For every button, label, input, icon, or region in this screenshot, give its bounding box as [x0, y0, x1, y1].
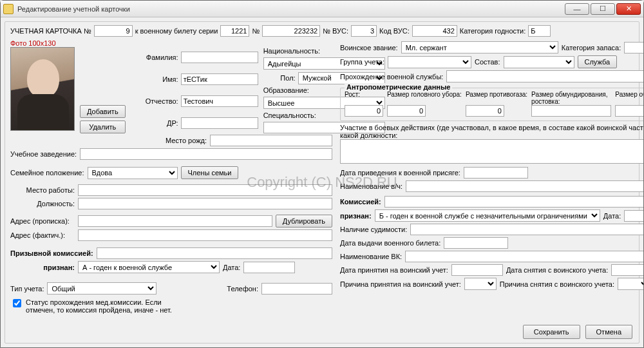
anthro-legend: Антропометрические данные	[345, 83, 452, 91]
service-pass-label: Прохождение военной службы:	[340, 73, 443, 81]
enlist-date-label: Дата принятия на воинский учет:	[340, 266, 448, 274]
combat-textarea[interactable]	[340, 139, 643, 164]
mask-input[interactable]	[466, 105, 504, 117]
work-label: Место работы:	[10, 186, 75, 194]
oath-date-input[interactable]	[464, 167, 528, 179]
window: Редактирование учетной карточки — ☐ ✕ УЧ…	[0, 0, 644, 348]
draft-verdict-select[interactable]: А - годен к военной службе	[78, 261, 220, 273]
cancel-button[interactable]: Отмена	[585, 325, 632, 339]
name-label: Имя:	[133, 75, 178, 83]
addr-reg-input[interactable]	[78, 215, 272, 227]
rank-select[interactable]: Мл. сержант	[401, 41, 558, 53]
service-pass-select[interactable]	[446, 70, 643, 82]
birthplace-input[interactable]	[210, 135, 332, 146]
head-input[interactable]	[387, 105, 426, 117]
service-button[interactable]: Служба	[578, 55, 618, 68]
group-select[interactable]	[388, 56, 471, 68]
school-label: Учебное заведение:	[10, 150, 77, 158]
shoes-input[interactable]	[615, 105, 643, 117]
maximize-button[interactable]: ☐	[591, 3, 615, 15]
addr-fact-label: Адрес (фактич.):	[10, 231, 75, 239]
header-row: УЧЕТНАЯ КАРТОЧКА № к военному билету сер…	[10, 25, 634, 37]
vk-name-input[interactable]	[405, 251, 643, 262]
draft-verdict-label: признан:	[10, 264, 75, 271]
comm-date-input[interactable]	[624, 210, 643, 222]
med-status-checkbox[interactable]	[13, 299, 21, 307]
unit-name-input[interactable]	[406, 180, 643, 192]
phone-input[interactable]	[261, 283, 332, 295]
acct-type-select[interactable]: Общий	[47, 282, 156, 295]
photo	[10, 47, 75, 131]
ticket-no-label: №	[252, 27, 260, 35]
duplicate-button[interactable]: Дублировать	[276, 215, 332, 227]
comm-verdict-select[interactable]: Б - годен к военной службе с незначитель…	[375, 209, 600, 222]
rank-label: Воинское звание:	[340, 44, 398, 52]
draft-date-input[interactable]	[243, 262, 295, 273]
draft-commission-input[interactable]	[97, 247, 332, 259]
patronymic-input[interactable]	[181, 95, 258, 107]
photo-add-button[interactable]: Добавить	[80, 105, 126, 118]
vk-name-label: Наименование ВК:	[340, 253, 402, 260]
unit-name-label: Наименование в/ч:	[340, 182, 402, 190]
enlist-reason-select[interactable]	[464, 278, 497, 290]
ticket-series-input[interactable]	[220, 25, 249, 37]
card-no-label: УЧЕТНАЯ КАРТОЧКА №	[10, 27, 91, 35]
comm-verdict-label: признан:	[340, 212, 372, 220]
fit-cat-label: Категория годности:	[460, 27, 526, 35]
compos-select[interactable]	[504, 56, 574, 68]
delist-date-label: Дата снятия с воинского учета:	[506, 266, 608, 274]
combat-label: Участие в боевых действиях (где участвов…	[340, 124, 643, 139]
delist-date-input[interactable]	[611, 264, 643, 276]
criminal-input[interactable]	[410, 224, 643, 235]
main-panel: УЧЕТНАЯ КАРТОЧКА № к военному билету сер…	[5, 21, 639, 343]
card-no-input[interactable]	[94, 25, 133, 37]
ticket-no-input[interactable]	[262, 25, 320, 37]
delist-reason-select[interactable]	[618, 278, 643, 290]
enlist-date-input[interactable]	[451, 264, 503, 276]
enlist-reason-label: Причина принятия на воинский учет:	[340, 280, 461, 288]
draft-commission-label: Призывной комиссией:	[10, 249, 93, 257]
window-title: Редактирование учетной карточки	[17, 5, 565, 13]
commission-input[interactable]	[384, 196, 643, 208]
height-input[interactable]	[345, 105, 383, 117]
school-input[interactable]	[80, 148, 332, 160]
app-icon	[3, 4, 14, 14]
dob-input[interactable]	[181, 117, 258, 129]
family-button[interactable]: Члены семьи	[181, 166, 239, 179]
name-input[interactable]	[181, 73, 258, 85]
uniform-input[interactable]	[531, 105, 611, 117]
vus-no-input[interactable]	[351, 25, 377, 37]
compos-label: Состав:	[475, 58, 500, 66]
photo-size-label: Фото 100x130	[10, 39, 332, 47]
position-input[interactable]	[78, 198, 332, 209]
surname-label: Фамилия:	[133, 53, 178, 61]
close-button[interactable]: ✕	[616, 3, 641, 15]
ticket-date-label: Дата выдачи военного билета:	[340, 239, 440, 247]
addr-fact-input[interactable]	[78, 229, 332, 241]
marital-select[interactable]: Вдова	[88, 167, 178, 179]
ticket-date-input[interactable]	[444, 237, 508, 249]
vus-code-label: Код ВУС:	[379, 27, 410, 35]
phone-label: Телефон:	[227, 285, 258, 293]
addr-reg-label: Адрес (прописка):	[10, 217, 75, 225]
position-label: Должность:	[10, 200, 75, 208]
reserve-cat-label: Категория запаса:	[562, 44, 621, 52]
titlebar: Редактирование учетной карточки — ☐ ✕	[1, 1, 643, 17]
save-button[interactable]: Сохранить	[523, 325, 580, 339]
shoes-label: Размер обуви:	[615, 91, 643, 105]
ticket-series-label: к военному билету серии	[135, 27, 218, 35]
surname-input[interactable]	[181, 52, 258, 63]
draft-date-label: Дата:	[223, 264, 240, 271]
reserve-cat-input[interactable]	[624, 42, 643, 53]
marital-label: Семейное положение:	[10, 169, 84, 177]
fit-cat-input[interactable]	[528, 25, 551, 37]
photo-del-button[interactable]: Удалить	[80, 121, 126, 133]
work-input[interactable]	[78, 184, 332, 196]
minimize-button[interactable]: —	[565, 3, 589, 15]
height-label: Рост:	[345, 91, 383, 105]
acct-type-label: Тип учета:	[10, 285, 44, 293]
comm-date-label: Дата:	[603, 212, 621, 220]
sex-label: Пол:	[263, 74, 296, 82]
med-status-text: Статус прохождения мед.комиссии. Если от…	[26, 298, 178, 314]
vus-code-input[interactable]	[412, 25, 457, 37]
